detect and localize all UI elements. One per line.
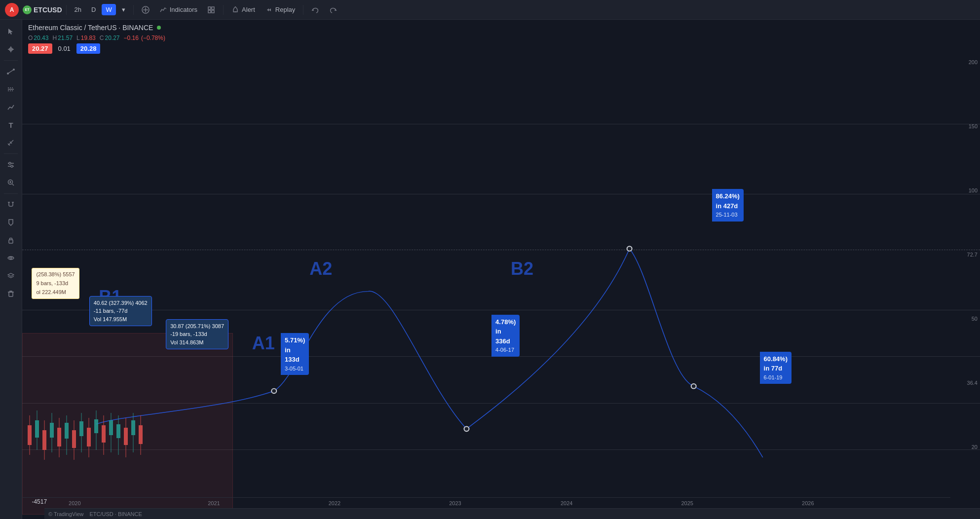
replay-icon [265, 6, 273, 14]
svg-point-32 [271, 389, 276, 394]
measure-tool-icon[interactable] [3, 135, 19, 150]
svg-rect-43 [50, 423, 54, 438]
right-price-axis: 200 150 100 72.7 50 36.4 20 10 [950, 54, 980, 519]
svg-point-14 [13, 69, 15, 71]
price-tick-7: 20 [950, 444, 978, 450]
svg-rect-61 [116, 424, 120, 438]
pair-title: Ethereum Classic / TetherUS · BINANCE [28, 24, 153, 32]
candlestick-svg [22, 386, 210, 484]
high-label: H [52, 35, 57, 41]
zoom-in-icon[interactable] [3, 175, 19, 190]
svg-point-29 [10, 257, 12, 259]
indicators-icon [159, 6, 167, 14]
symbol-logo: ET [23, 5, 32, 14]
svg-point-20 [9, 162, 11, 164]
svg-rect-55 [94, 419, 98, 433]
svg-rect-63 [124, 428, 128, 445]
timeframe-dropdown-btn[interactable]: ▾ [118, 4, 129, 15]
time-tick-7: 2026 [802, 500, 814, 506]
adjust-icon[interactable] [3, 157, 19, 173]
timeframe-w-btn[interactable]: W [102, 4, 115, 15]
svg-rect-57 [102, 425, 106, 443]
price-tick-top: 200 [950, 59, 978, 65]
low-label: L [76, 35, 80, 41]
layouts-icon [207, 6, 215, 14]
svg-rect-28 [9, 240, 13, 243]
indicators-btn[interactable]: Indicators [155, 4, 201, 16]
svg-point-34 [627, 246, 632, 251]
text-tool-icon[interactable]: T [3, 117, 19, 133]
magnet-icon[interactable] [3, 197, 19, 213]
change-pct: (−0.78%) [141, 35, 165, 41]
svg-line-12 [8, 70, 14, 74]
trash-icon[interactable] [3, 286, 19, 301]
svg-rect-30 [9, 292, 13, 297]
svg-point-35 [691, 384, 696, 389]
timeframe-d-btn[interactable]: D [87, 4, 100, 15]
chart-canvas: B1 A1 A2 B2 (258.38%) 5557 9 bars, -133d… [22, 54, 980, 519]
open-label: O [28, 35, 33, 41]
marker-icon[interactable] [3, 215, 19, 230]
redo-btn[interactable] [325, 4, 341, 16]
horizontal-line-icon[interactable] [3, 81, 19, 97]
svg-rect-51 [79, 421, 83, 436]
high-val: 21.57 [58, 35, 73, 41]
svg-rect-53 [87, 428, 91, 446]
alert-btn[interactable]: Alert [227, 4, 259, 16]
compare-icon [142, 6, 150, 14]
undo-btn[interactable] [307, 4, 323, 16]
lock-icon[interactable] [3, 232, 19, 248]
toolbar: A ET ETCUSD 2h D W ▾ Indicators [0, 0, 980, 20]
svg-rect-47 [65, 423, 69, 439]
divider-1 [66, 5, 67, 15]
price-tick-4: 72.7 [950, 252, 978, 258]
price-tick-5: 50 [950, 316, 978, 322]
svg-rect-5 [208, 10, 211, 13]
compare-btn[interactable] [138, 4, 153, 16]
redo-icon [329, 6, 337, 14]
price-tick-2: 150 [950, 123, 978, 129]
symbol-footer: ETC/USD · BINANCE [90, 511, 142, 517]
cursor-icon[interactable] [3, 24, 19, 39]
svg-line-23 [12, 184, 14, 185]
replay-btn[interactable]: Replay [261, 4, 299, 16]
chart-area: Ethereum Classic / TetherUS · BINANCE O … [22, 20, 980, 519]
left-sidebar: T [0, 20, 22, 519]
sidebar-div-3 [4, 193, 18, 194]
open-val: 20.43 [34, 35, 48, 41]
time-tick-1: 2020 [69, 500, 80, 506]
eye-icon[interactable] [3, 250, 19, 266]
divider-4 [303, 5, 303, 15]
symbol-name[interactable]: ETCUSD [34, 6, 62, 14]
time-tick-4: 2023 [449, 500, 461, 506]
svg-rect-39 [35, 420, 39, 438]
layers-icon[interactable] [3, 268, 19, 284]
svg-point-21 [11, 165, 13, 167]
svg-rect-3 [208, 7, 211, 9]
svg-rect-67 [139, 425, 143, 444]
svg-point-13 [7, 73, 9, 74]
svg-rect-4 [212, 7, 214, 9]
price-tick-3: 100 [950, 187, 978, 193]
crosshair-icon[interactable] [3, 41, 19, 57]
line-tool-icon[interactable] [3, 64, 19, 79]
ohlc-row: O 20.43 H 21.57 L 19.83 C 20.27 −0.16 (−… [28, 35, 974, 41]
time-tick-3: 2022 [329, 500, 340, 506]
undo-icon [311, 6, 319, 14]
trend-line-icon[interactable] [3, 99, 19, 115]
price-tick-6: 36.4 [950, 380, 978, 386]
svg-rect-41 [42, 430, 46, 450]
close-val: 20.27 [105, 35, 119, 41]
layouts-btn[interactable] [203, 4, 219, 16]
svg-rect-65 [131, 420, 135, 435]
price-badges-row: 20.27 0.01 20.28 [28, 43, 974, 54]
current-price-badge: 20.27 [28, 43, 52, 54]
time-tick-2: 2021 [208, 500, 220, 506]
time-tick-5: 2024 [561, 500, 572, 506]
user-avatar[interactable]: A [5, 3, 19, 17]
svg-rect-45 [57, 428, 61, 446]
sidebar-div-1 [4, 60, 18, 61]
timeframe-2h-btn[interactable]: 2h [71, 4, 85, 15]
sidebar-div-2 [4, 153, 18, 154]
price-title-row: Ethereum Classic / TetherUS · BINANCE [28, 24, 974, 32]
